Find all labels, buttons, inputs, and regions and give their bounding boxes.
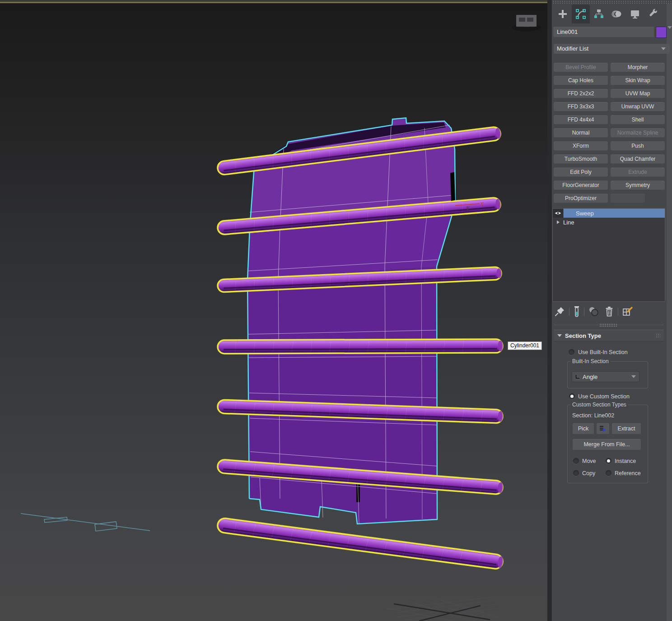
modifier-button-xform[interactable]: XForm xyxy=(554,141,608,150)
remove-modifier-button[interactable] xyxy=(604,306,614,318)
command-panel-tabs xyxy=(554,5,662,25)
configure-modifier-sets-button[interactable] xyxy=(622,306,634,318)
floor-grid xyxy=(381,597,501,621)
cylinder-rail-4[interactable] xyxy=(218,339,503,354)
radio-copy[interactable] xyxy=(573,470,579,476)
radio-use-custom-section[interactable] xyxy=(569,393,575,399)
modifier-button-turbosmooth[interactable]: TurboSmooth xyxy=(554,154,608,163)
pin-stack-icon xyxy=(555,306,565,318)
modifier-button-ffd-2x2x2[interactable]: FFD 2x2x2 xyxy=(554,89,608,98)
tab-hierarchy[interactable] xyxy=(590,5,608,23)
custom-section-group: Custom Section Types Section: Line002 Pi… xyxy=(567,405,648,483)
custom-section-group-label: Custom Section Types xyxy=(570,402,628,408)
tab-modify[interactable] xyxy=(572,5,590,23)
modifier-button-empty xyxy=(611,194,645,203)
radio-reference-label: Reference xyxy=(615,470,641,476)
tab-display[interactable] xyxy=(626,5,644,23)
eye-icon xyxy=(554,210,562,216)
show-end-result-icon xyxy=(573,306,580,318)
rollout-section-type-header[interactable]: Section Type xyxy=(554,330,664,341)
pick-list-icon xyxy=(599,425,607,433)
axis-x-label: X xyxy=(480,201,484,207)
pick-shape-list-button[interactable] xyxy=(597,423,609,434)
builtin-section-value: Angle xyxy=(583,374,597,380)
modifier-button-bevel-profile[interactable]: Bevel Profile xyxy=(554,63,608,72)
tab-utilities[interactable] xyxy=(644,5,662,23)
rollout-title: Section Type xyxy=(565,332,601,339)
panel-scrollbar[interactable] xyxy=(667,4,672,621)
selected-object-sheet[interactable] xyxy=(247,118,455,524)
toolbar-separator xyxy=(569,308,569,316)
visibility-toggle[interactable] xyxy=(553,209,564,218)
modifier-button-extrude[interactable]: Extrude xyxy=(611,168,665,177)
viewport[interactable]: X Y Cylinder001 xyxy=(0,0,547,621)
modifier-button-push[interactable]: Push xyxy=(611,141,665,150)
modifier-button-cap-holes[interactable]: Cap Holes xyxy=(554,76,608,85)
radio-use-builtin-section[interactable] xyxy=(569,349,574,355)
motion-icon xyxy=(611,9,623,19)
stack-item-sweep[interactable]: Sweep xyxy=(553,209,665,218)
spline-shapes[interactable] xyxy=(21,514,150,531)
active-viewport-border xyxy=(0,2,547,3)
modifier-button-quad-chamfer[interactable]: Quad Chamfer xyxy=(611,154,665,163)
modifier-button-ffd-4x4x4[interactable]: FFD 4x4x4 xyxy=(554,115,608,124)
builtin-section-dropdown[interactable]: Angle xyxy=(572,371,639,382)
radio-instance-label: Instance xyxy=(615,458,636,464)
modifier-list-label: Modifier List xyxy=(557,45,588,52)
radio-move-label: Move xyxy=(582,458,596,464)
extract-button[interactable]: Extract xyxy=(612,423,641,434)
stack-item-label: Sweep xyxy=(564,210,594,217)
pin-stack-button[interactable] xyxy=(555,306,565,318)
3ds-max-window: X Y Cylinder001 xyxy=(0,0,672,621)
modifier-button-prooptimizer[interactable]: ProOptimizer xyxy=(554,194,608,203)
utilities-wrench-icon xyxy=(648,9,658,19)
modifier-button-ffd-3x3x3[interactable]: FFD 3x3x3 xyxy=(554,102,608,111)
chevron-down-icon xyxy=(661,47,666,50)
viewport-canvas[interactable]: X Y xyxy=(0,0,547,621)
modifier-grid: Bevel ProfileMorpherCap HolesSkin WrapFF… xyxy=(554,63,665,203)
radio-use-builtin-label: Use Built-In Section xyxy=(578,349,628,355)
modifier-button-symmetry[interactable]: Symmetry xyxy=(611,181,665,190)
toolbar-separator xyxy=(584,308,584,316)
radio-instance[interactable] xyxy=(606,458,611,464)
modifier-button-normal[interactable]: Normal xyxy=(554,128,608,137)
command-panel: Line001 Modifier List Bevel ProfileMorph… xyxy=(552,0,672,621)
radio-move[interactable] xyxy=(573,458,579,464)
make-unique-icon xyxy=(588,306,600,318)
scene-prop-monitor[interactable] xyxy=(512,15,541,31)
chevron-down-icon xyxy=(631,375,636,378)
object-color-swatch[interactable] xyxy=(656,27,667,38)
modifier-button-floorgenerator[interactable]: FloorGenerator xyxy=(554,181,608,190)
pick-button[interactable]: Pick xyxy=(573,423,594,434)
section-source-label: Section: Line002 xyxy=(572,412,614,419)
tab-create[interactable] xyxy=(554,5,572,23)
tab-motion[interactable] xyxy=(608,5,626,23)
cylinder-rail-7[interactable] xyxy=(217,518,504,570)
radio-reference[interactable] xyxy=(606,470,611,476)
modifier-button-morpher[interactable]: Morpher xyxy=(611,63,665,72)
modifier-button-skin-wrap[interactable]: Skin Wrap xyxy=(611,76,665,85)
stack-toolbar xyxy=(555,304,634,319)
hierarchy-icon xyxy=(593,9,604,19)
rollout-drag-separator[interactable] xyxy=(554,322,664,327)
panel-scroll-arrow-icon[interactable] xyxy=(667,26,672,29)
panel-divider[interactable] xyxy=(547,0,552,621)
object-name-input[interactable]: Line001 xyxy=(553,27,654,37)
display-icon xyxy=(630,9,640,19)
builtin-section-group-label: Built-In Section xyxy=(570,358,611,364)
modifier-button-shell[interactable]: Shell xyxy=(611,115,665,124)
modifier-button-unwrap-uvw[interactable]: Unwrap UVW xyxy=(611,102,665,111)
modifier-button-uvw-map[interactable]: UVW Map xyxy=(611,89,665,98)
modifier-button-normalize-spline[interactable]: Normalize Spline xyxy=(611,128,665,137)
rollout-collapse-icon xyxy=(557,334,562,337)
show-end-result-button[interactable] xyxy=(573,306,580,318)
modifier-list-dropdown[interactable]: Modifier List xyxy=(554,44,670,54)
make-unique-button[interactable] xyxy=(588,306,600,318)
radio-use-custom-label: Use Custom Section xyxy=(578,393,630,400)
panel-grip-handle[interactable] xyxy=(552,0,672,4)
modify-icon xyxy=(575,9,586,19)
builtin-section-group: Built-In Section Angle xyxy=(567,361,648,388)
merge-from-file-button[interactable]: Merge From File... xyxy=(573,439,641,450)
stack-item-line[interactable]: Line xyxy=(553,218,665,227)
modifier-button-edit-poly[interactable]: Edit Poly xyxy=(554,168,608,177)
